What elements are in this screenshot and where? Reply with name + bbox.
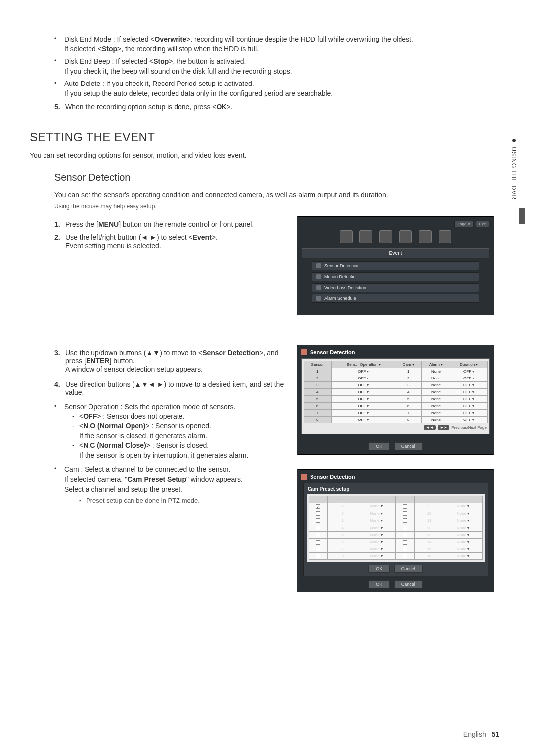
- alarm-cell[interactable]: None: [421, 382, 450, 389]
- preset-cell[interactable]: None ▾: [444, 531, 483, 538]
- col-header[interactable]: CH ▾: [414, 496, 444, 503]
- alarm-cell[interactable]: None: [421, 396, 450, 403]
- exit-button[interactable]: Exit: [476, 221, 489, 227]
- alarm-cell[interactable]: None: [421, 375, 450, 382]
- alarm-cell[interactable]: None: [421, 368, 450, 375]
- duration-cell[interactable]: OFF ▾: [450, 396, 488, 403]
- checkbox-cell[interactable]: [396, 524, 414, 531]
- nav-icon[interactable]: [399, 230, 412, 243]
- sensor-op-cell[interactable]: OFF ▾: [331, 375, 396, 382]
- duration-cell[interactable]: OFF ▾: [450, 375, 488, 382]
- preset-cell[interactable]: None ▾: [357, 531, 396, 538]
- nav-icon[interactable]: [340, 230, 353, 243]
- cam-cell[interactable]: 5: [396, 396, 421, 403]
- preset-cell[interactable]: None ▾: [357, 539, 396, 546]
- duration-cell[interactable]: OFF ▾: [450, 368, 488, 375]
- subsection-title: Sensor Detection: [54, 172, 494, 183]
- col-header[interactable]: Sensor Operation ▾: [331, 361, 396, 368]
- ok-button[interactable]: OK: [368, 580, 390, 588]
- preset-cell[interactable]: None ▾: [357, 552, 396, 559]
- bullet-icon: •: [54, 35, 64, 44]
- preset-cell[interactable]: None ▾: [444, 510, 483, 517]
- duration-cell[interactable]: OFF ▾: [450, 410, 488, 417]
- cancel-button[interactable]: Cancel: [394, 442, 423, 450]
- cam-cell[interactable]: 4: [396, 389, 421, 396]
- preset-cell[interactable]: None ▾: [444, 517, 483, 524]
- preset-cell[interactable]: None ▾: [357, 517, 396, 524]
- checkbox-cell[interactable]: [309, 531, 328, 538]
- checkbox-cell[interactable]: [309, 503, 328, 510]
- sensor-icon: [301, 474, 307, 480]
- checkbox-cell[interactable]: [396, 517, 414, 524]
- checkbox-cell[interactable]: [396, 510, 414, 517]
- cam-cell[interactable]: 3: [396, 382, 421, 389]
- duration-cell[interactable]: OFF ▾: [450, 382, 488, 389]
- menu-item[interactable]: Sensor Detection: [312, 261, 479, 270]
- preset-cell[interactable]: None ▾: [357, 503, 396, 510]
- duration-cell[interactable]: OFF ▾: [450, 403, 488, 410]
- ok-button[interactable]: OK: [368, 565, 390, 573]
- checkbox-cell[interactable]: [309, 510, 328, 517]
- sensor-op-cell[interactable]: OFF ▾: [331, 382, 396, 389]
- cam-cell[interactable]: 6: [396, 403, 421, 410]
- checkbox-cell[interactable]: [396, 503, 414, 510]
- col-header[interactable]: Alarm ▾: [421, 361, 450, 368]
- event-menu-list: Sensor DetectionMotion DetectionVideo Lo…: [302, 261, 489, 303]
- cancel-button[interactable]: Cancel: [394, 565, 423, 573]
- checkbox-cell[interactable]: [309, 517, 328, 524]
- alarm-cell[interactable]: None: [421, 403, 450, 410]
- preset-cell[interactable]: None ▾: [357, 510, 396, 517]
- checkbox-cell[interactable]: [309, 546, 328, 552]
- nav-icon[interactable]: [379, 230, 392, 243]
- sensor-op-cell[interactable]: OFF ▾: [331, 417, 396, 423]
- checkbox-cell[interactable]: [309, 552, 328, 559]
- checkbox-cell[interactable]: [396, 546, 414, 552]
- col-header[interactable]: Duration ▾: [450, 361, 488, 368]
- cam-cell[interactable]: 7: [396, 410, 421, 417]
- preset-cell[interactable]: None ▾: [357, 546, 396, 552]
- sensor-op-cell[interactable]: OFF ▾: [331, 368, 396, 375]
- preset-cell[interactable]: None ▾: [444, 503, 483, 510]
- preset-cell[interactable]: None ▾: [444, 546, 483, 552]
- checkbox-cell[interactable]: [396, 531, 414, 538]
- menu-item[interactable]: Alarm Schedule: [312, 294, 479, 303]
- nav-icon[interactable]: [359, 230, 372, 243]
- next-page-button[interactable]: ►►: [438, 425, 449, 430]
- logout-button[interactable]: Logout: [454, 221, 473, 227]
- sensor-op-cell[interactable]: OFF ▾: [331, 389, 396, 396]
- col-header[interactable]: Cam ▾: [396, 361, 421, 368]
- ok-button[interactable]: OK: [368, 442, 390, 450]
- prev-page-button[interactable]: ◄◄: [424, 425, 436, 430]
- cam-cell[interactable]: 2: [396, 375, 421, 382]
- checkbox-cell[interactable]: [309, 539, 328, 546]
- cam-cell[interactable]: 8: [396, 417, 421, 423]
- cam-cell[interactable]: 1: [396, 368, 421, 375]
- alarm-cell[interactable]: None: [421, 410, 450, 417]
- table-row: 2None ▾10None ▾: [309, 510, 483, 517]
- duration-cell[interactable]: OFF ▾: [450, 417, 488, 423]
- col-header[interactable]: Sensor: [304, 361, 332, 368]
- preset-cell[interactable]: None ▾: [444, 524, 483, 531]
- nav-icon[interactable]: [439, 230, 451, 243]
- col-header[interactable]: CH ▾: [328, 496, 357, 503]
- checkbox-cell[interactable]: [309, 524, 328, 531]
- preset-table: CH ▾PresetCH ▾Preset1None ▾9None ▾2None …: [309, 496, 483, 560]
- menu-item[interactable]: Video Loss Detection: [312, 283, 479, 292]
- nav-icon[interactable]: [419, 230, 432, 243]
- duration-cell[interactable]: OFF ▾: [450, 389, 488, 396]
- sensor-op-cell[interactable]: OFF ▾: [331, 410, 396, 417]
- sensor-op-cell[interactable]: OFF ▾: [331, 396, 396, 403]
- preset-cell[interactable]: None ▾: [357, 524, 396, 531]
- top-bullets: • Disk End Mode : If selected <Overwrite…: [54, 35, 494, 592]
- alarm-cell[interactable]: None: [421, 417, 450, 423]
- menu-item[interactable]: Motion Detection: [312, 272, 479, 281]
- alarm-cell[interactable]: None: [421, 389, 450, 396]
- checkbox-cell[interactable]: [396, 539, 414, 546]
- preset-cell[interactable]: None ▾: [444, 552, 483, 559]
- col-header[interactable]: Preset: [444, 496, 483, 503]
- checkbox-cell[interactable]: [396, 552, 414, 559]
- col-header[interactable]: Preset: [357, 496, 396, 503]
- sensor-op-cell[interactable]: OFF ▾: [331, 403, 396, 410]
- cancel-button[interactable]: Cancel: [394, 580, 423, 588]
- preset-cell[interactable]: None ▾: [444, 539, 483, 546]
